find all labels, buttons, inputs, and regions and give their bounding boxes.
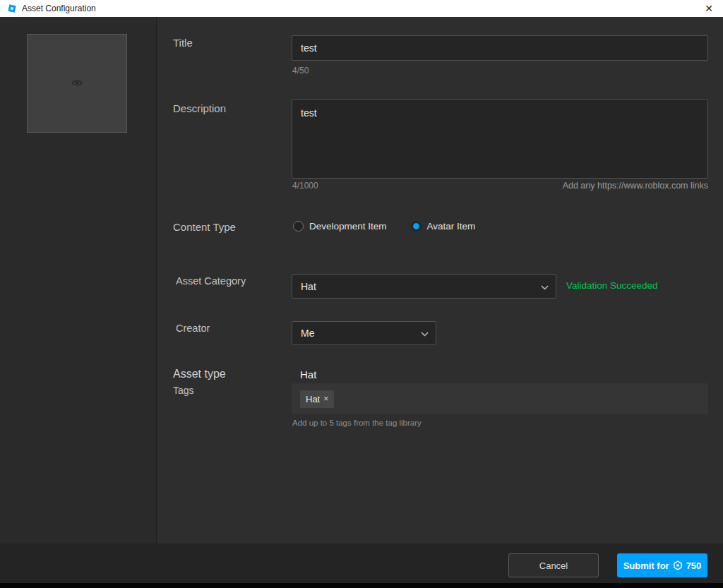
robux-icon: [673, 560, 683, 570]
creator-value: Me: [301, 328, 421, 339]
window-title: Asset Configuration: [22, 4, 96, 13]
creator-dropdown[interactable]: Me: [292, 321, 436, 345]
development-item-radio[interactable]: [293, 221, 304, 232]
title-char-counter: 4/50: [292, 66, 309, 76]
avatar-item-radio-label[interactable]: Avatar Item: [427, 221, 476, 232]
tags-label: Tags: [173, 385, 194, 396]
description-hint: Add any https://www.roblox.com links: [563, 181, 708, 191]
tag-chip-label: Hat: [306, 394, 320, 404]
asset-category-dropdown[interactable]: Hat: [292, 274, 556, 299]
form-content: Title 4/50 Description test 4/1000 Add a…: [157, 17, 723, 544]
validation-status: Validation Succeeded: [566, 280, 658, 291]
submit-button-label: Submit for: [623, 560, 669, 571]
content-type-label: Content Type: [173, 221, 236, 233]
preview-panel: [0, 17, 157, 544]
title-bar: Asset Configuration ✕: [0, 0, 723, 17]
description-char-counter: 4/1000: [292, 181, 318, 191]
tags-input[interactable]: Hat ×: [292, 383, 708, 414]
window-bottom-edge: [0, 583, 723, 588]
content-type-options: Development Item Avatar Item: [293, 221, 494, 232]
remove-tag-icon[interactable]: ×: [323, 394, 328, 404]
asset-category-label: Asset Category: [176, 275, 246, 287]
description-label: Description: [173, 102, 226, 114]
roblox-studio-icon: [7, 4, 17, 13]
asset-configuration-window: Asset Configuration ✕ Title 4/50 Descrip…: [0, 0, 723, 588]
title-label: Title: [173, 37, 193, 49]
submit-button[interactable]: Submit for 750: [617, 553, 707, 577]
tags-hint: Add up to 5 tags from the tag library: [292, 419, 422, 427]
eye-icon: [71, 77, 83, 90]
asset-type-label: Asset type: [173, 368, 226, 380]
close-icon[interactable]: ✕: [702, 2, 716, 15]
avatar-item-radio[interactable]: [411, 221, 422, 232]
development-item-radio-label[interactable]: Development Item: [309, 221, 387, 232]
asset-type-value: Hat: [300, 368, 316, 380]
tag-chip: Hat ×: [300, 390, 334, 408]
title-input[interactable]: [292, 35, 708, 61]
cancel-button-label: Cancel: [539, 560, 568, 571]
cancel-button[interactable]: Cancel: [508, 553, 599, 577]
asset-preview-thumbnail: [27, 34, 127, 133]
chevron-down-icon: [541, 281, 549, 292]
description-input[interactable]: test: [292, 99, 708, 179]
chevron-down-icon: [421, 328, 429, 339]
creator-label: Creator: [176, 323, 210, 334]
asset-category-value: Hat: [301, 281, 541, 292]
submit-price: 750: [686, 560, 702, 571]
footer-bar: Cancel Submit for 750: [0, 544, 723, 583]
